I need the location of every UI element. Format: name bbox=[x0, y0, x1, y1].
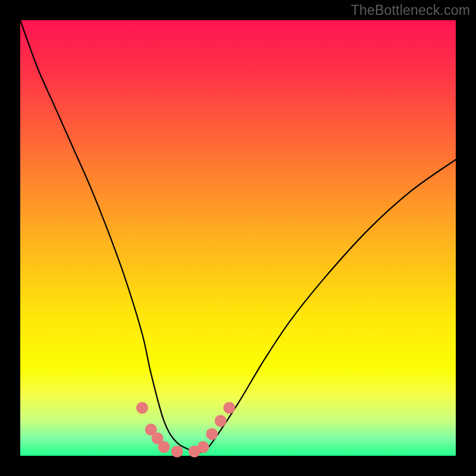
curve-layer bbox=[20, 20, 456, 456]
chart-frame: TheBottleneck.com bbox=[0, 0, 476, 476]
plot-area bbox=[20, 20, 456, 456]
highlight-marker bbox=[215, 415, 227, 427]
highlight-marker bbox=[206, 428, 218, 440]
highlight-marker bbox=[158, 441, 170, 453]
bottleneck-curve-line bbox=[20, 20, 456, 453]
highlight-marker bbox=[197, 441, 209, 453]
attribution-text: TheBottleneck.com bbox=[351, 2, 470, 18]
highlight-marker bbox=[171, 446, 183, 458]
highlight-marker bbox=[223, 402, 235, 414]
highlight-marker bbox=[136, 402, 148, 414]
